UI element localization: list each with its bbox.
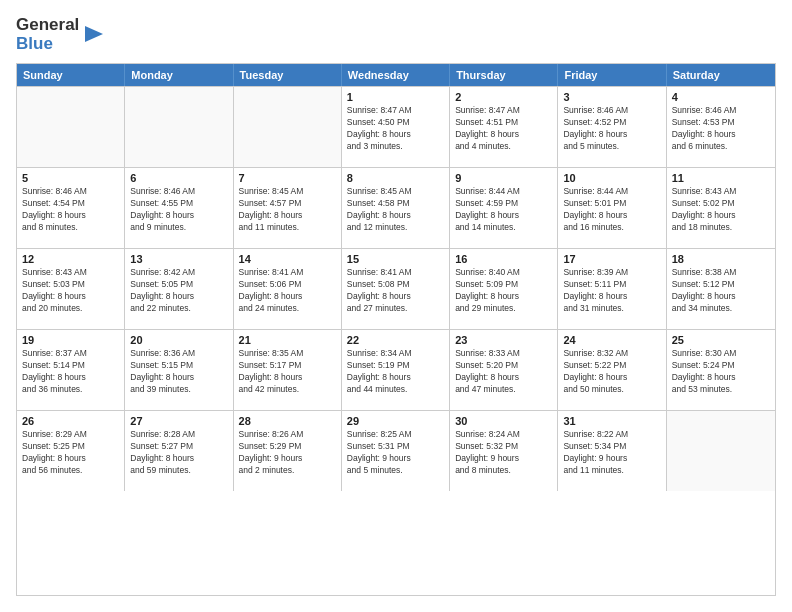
calendar-body: 1Sunrise: 8:47 AMSunset: 4:50 PMDaylight… [17, 86, 775, 491]
calendar-cell-0-4: 2Sunrise: 8:47 AMSunset: 4:51 PMDaylight… [450, 87, 558, 167]
day-number: 9 [455, 172, 552, 184]
cell-info: Sunrise: 8:44 AMSunset: 5:01 PMDaylight:… [563, 186, 660, 234]
day-number: 19 [22, 334, 119, 346]
calendar-cell-3-0: 19Sunrise: 8:37 AMSunset: 5:14 PMDayligh… [17, 330, 125, 410]
day-number: 1 [347, 91, 444, 103]
day-number: 30 [455, 415, 552, 427]
cell-info: Sunrise: 8:45 AMSunset: 4:58 PMDaylight:… [347, 186, 444, 234]
calendar-cell-0-6: 4Sunrise: 8:46 AMSunset: 4:53 PMDaylight… [667, 87, 775, 167]
calendar-cell-4-1: 27Sunrise: 8:28 AMSunset: 5:27 PMDayligh… [125, 411, 233, 491]
calendar-cell-2-4: 16Sunrise: 8:40 AMSunset: 5:09 PMDayligh… [450, 249, 558, 329]
cell-info: Sunrise: 8:46 AMSunset: 4:53 PMDaylight:… [672, 105, 770, 153]
day-number: 4 [672, 91, 770, 103]
day-number: 16 [455, 253, 552, 265]
calendar-cell-1-2: 7Sunrise: 8:45 AMSunset: 4:57 PMDaylight… [234, 168, 342, 248]
cell-info: Sunrise: 8:41 AMSunset: 5:06 PMDaylight:… [239, 267, 336, 315]
cell-info: Sunrise: 8:26 AMSunset: 5:29 PMDaylight:… [239, 429, 336, 477]
calendar-cell-4-2: 28Sunrise: 8:26 AMSunset: 5:29 PMDayligh… [234, 411, 342, 491]
logo: General Blue [16, 16, 103, 53]
cell-info: Sunrise: 8:43 AMSunset: 5:03 PMDaylight:… [22, 267, 119, 315]
day-number: 8 [347, 172, 444, 184]
calendar-cell-3-5: 24Sunrise: 8:32 AMSunset: 5:22 PMDayligh… [558, 330, 666, 410]
calendar-row-4: 19Sunrise: 8:37 AMSunset: 5:14 PMDayligh… [17, 329, 775, 410]
calendar-cell-1-3: 8Sunrise: 8:45 AMSunset: 4:58 PMDaylight… [342, 168, 450, 248]
calendar-cell-2-2: 14Sunrise: 8:41 AMSunset: 5:06 PMDayligh… [234, 249, 342, 329]
calendar-row-2: 5Sunrise: 8:46 AMSunset: 4:54 PMDaylight… [17, 167, 775, 248]
day-number: 17 [563, 253, 660, 265]
day-number: 13 [130, 253, 227, 265]
day-number: 15 [347, 253, 444, 265]
day-number: 26 [22, 415, 119, 427]
calendar-cell-4-5: 31Sunrise: 8:22 AMSunset: 5:34 PMDayligh… [558, 411, 666, 491]
cell-info: Sunrise: 8:46 AMSunset: 4:52 PMDaylight:… [563, 105, 660, 153]
header-day-thursday: Thursday [450, 64, 558, 86]
calendar-cell-1-5: 10Sunrise: 8:44 AMSunset: 5:01 PMDayligh… [558, 168, 666, 248]
cell-info: Sunrise: 8:43 AMSunset: 5:02 PMDaylight:… [672, 186, 770, 234]
day-number: 5 [22, 172, 119, 184]
cell-info: Sunrise: 8:40 AMSunset: 5:09 PMDaylight:… [455, 267, 552, 315]
calendar-cell-1-1: 6Sunrise: 8:46 AMSunset: 4:55 PMDaylight… [125, 168, 233, 248]
header: General Blue [16, 16, 776, 53]
cell-info: Sunrise: 8:28 AMSunset: 5:27 PMDaylight:… [130, 429, 227, 477]
calendar-cell-2-1: 13Sunrise: 8:42 AMSunset: 5:05 PMDayligh… [125, 249, 233, 329]
cell-info: Sunrise: 8:33 AMSunset: 5:20 PMDaylight:… [455, 348, 552, 396]
calendar-cell-4-3: 29Sunrise: 8:25 AMSunset: 5:31 PMDayligh… [342, 411, 450, 491]
cell-info: Sunrise: 8:24 AMSunset: 5:32 PMDaylight:… [455, 429, 552, 477]
day-number: 31 [563, 415, 660, 427]
calendar-cell-0-2 [234, 87, 342, 167]
cell-info: Sunrise: 8:46 AMSunset: 4:55 PMDaylight:… [130, 186, 227, 234]
cell-info: Sunrise: 8:39 AMSunset: 5:11 PMDaylight:… [563, 267, 660, 315]
page: General Blue SundayMondayTuesdayWednesda… [0, 0, 792, 612]
cell-info: Sunrise: 8:44 AMSunset: 4:59 PMDaylight:… [455, 186, 552, 234]
day-number: 2 [455, 91, 552, 103]
cell-info: Sunrise: 8:35 AMSunset: 5:17 PMDaylight:… [239, 348, 336, 396]
cell-info: Sunrise: 8:32 AMSunset: 5:22 PMDaylight:… [563, 348, 660, 396]
cell-info: Sunrise: 8:34 AMSunset: 5:19 PMDaylight:… [347, 348, 444, 396]
header-day-saturday: Saturday [667, 64, 775, 86]
day-number: 7 [239, 172, 336, 184]
day-number: 28 [239, 415, 336, 427]
header-day-tuesday: Tuesday [234, 64, 342, 86]
calendar-row-3: 12Sunrise: 8:43 AMSunset: 5:03 PMDayligh… [17, 248, 775, 329]
calendar-cell-1-4: 9Sunrise: 8:44 AMSunset: 4:59 PMDaylight… [450, 168, 558, 248]
day-number: 29 [347, 415, 444, 427]
calendar-cell-4-6 [667, 411, 775, 491]
calendar-cell-3-4: 23Sunrise: 8:33 AMSunset: 5:20 PMDayligh… [450, 330, 558, 410]
cell-info: Sunrise: 8:30 AMSunset: 5:24 PMDaylight:… [672, 348, 770, 396]
day-number: 12 [22, 253, 119, 265]
day-number: 20 [130, 334, 227, 346]
calendar-cell-0-3: 1Sunrise: 8:47 AMSunset: 4:50 PMDaylight… [342, 87, 450, 167]
calendar-cell-0-5: 3Sunrise: 8:46 AMSunset: 4:52 PMDaylight… [558, 87, 666, 167]
day-number: 22 [347, 334, 444, 346]
calendar-cell-1-6: 11Sunrise: 8:43 AMSunset: 5:02 PMDayligh… [667, 168, 775, 248]
cell-info: Sunrise: 8:38 AMSunset: 5:12 PMDaylight:… [672, 267, 770, 315]
cell-info: Sunrise: 8:47 AMSunset: 4:50 PMDaylight:… [347, 105, 444, 153]
calendar-cell-4-4: 30Sunrise: 8:24 AMSunset: 5:32 PMDayligh… [450, 411, 558, 491]
svg-marker-0 [85, 26, 103, 42]
day-number: 21 [239, 334, 336, 346]
calendar-row-5: 26Sunrise: 8:29 AMSunset: 5:25 PMDayligh… [17, 410, 775, 491]
header-day-wednesday: Wednesday [342, 64, 450, 86]
day-number: 23 [455, 334, 552, 346]
day-number: 6 [130, 172, 227, 184]
day-number: 11 [672, 172, 770, 184]
logo-general: General [16, 16, 79, 35]
calendar-cell-0-1 [125, 87, 233, 167]
cell-info: Sunrise: 8:41 AMSunset: 5:08 PMDaylight:… [347, 267, 444, 315]
calendar-cell-4-0: 26Sunrise: 8:29 AMSunset: 5:25 PMDayligh… [17, 411, 125, 491]
logo-arrow-icon [81, 22, 103, 44]
calendar-cell-2-3: 15Sunrise: 8:41 AMSunset: 5:08 PMDayligh… [342, 249, 450, 329]
calendar-header: SundayMondayTuesdayWednesdayThursdayFrid… [17, 64, 775, 86]
cell-info: Sunrise: 8:46 AMSunset: 4:54 PMDaylight:… [22, 186, 119, 234]
calendar-row-1: 1Sunrise: 8:47 AMSunset: 4:50 PMDaylight… [17, 86, 775, 167]
calendar-cell-2-5: 17Sunrise: 8:39 AMSunset: 5:11 PMDayligh… [558, 249, 666, 329]
day-number: 27 [130, 415, 227, 427]
calendar-cell-2-6: 18Sunrise: 8:38 AMSunset: 5:12 PMDayligh… [667, 249, 775, 329]
header-day-monday: Monday [125, 64, 233, 86]
calendar-cell-0-0 [17, 87, 125, 167]
calendar-cell-3-1: 20Sunrise: 8:36 AMSunset: 5:15 PMDayligh… [125, 330, 233, 410]
cell-info: Sunrise: 8:25 AMSunset: 5:31 PMDaylight:… [347, 429, 444, 477]
calendar-cell-3-3: 22Sunrise: 8:34 AMSunset: 5:19 PMDayligh… [342, 330, 450, 410]
calendar: SundayMondayTuesdayWednesdayThursdayFrid… [16, 63, 776, 596]
header-day-sunday: Sunday [17, 64, 125, 86]
